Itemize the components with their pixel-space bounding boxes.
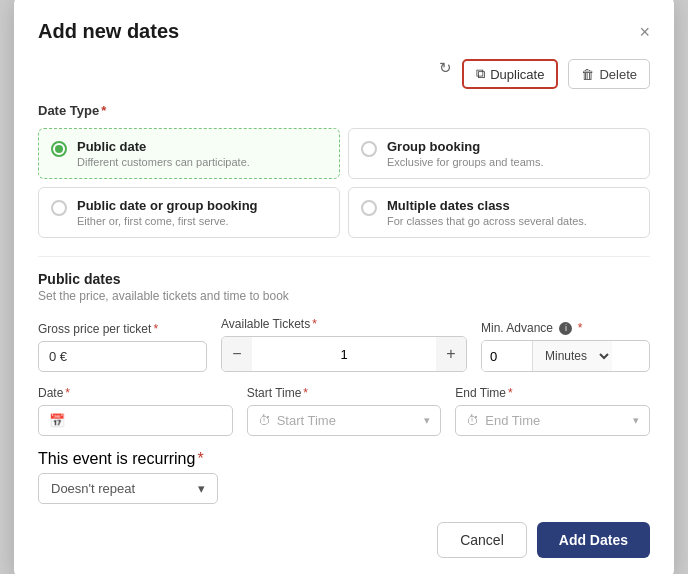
date-type-multiple[interactable]: Multiple dates class For classes that go…: [348, 187, 650, 238]
decrement-button[interactable]: −: [222, 337, 252, 371]
recurring-select[interactable]: Doesn't repeat ▾: [38, 473, 218, 504]
recurring-value: Doesn't repeat: [51, 481, 135, 496]
date-label: Date*: [38, 386, 233, 400]
date-type-public-or-group[interactable]: Public date or group booking Either or, …: [38, 187, 340, 238]
duplicate-icon: ⧉: [476, 66, 485, 82]
delete-button[interactable]: 🗑 Delete: [568, 59, 650, 89]
toolbar: ↻ ⧉ Duplicate 🗑 Delete: [38, 59, 650, 89]
available-tickets-label: Available Tickets*: [221, 317, 467, 331]
radio-multiple: [361, 200, 377, 216]
start-time-group: Start Time* ⏱ Start Time ▾: [247, 386, 442, 436]
public-or-group-title: Public date or group booking: [77, 198, 258, 213]
tickets-counter: − +: [221, 336, 467, 372]
duplicate-button[interactable]: ⧉ Duplicate: [462, 59, 558, 89]
delete-label: Delete: [599, 67, 637, 82]
recurring-label: This event is recurring*: [38, 450, 204, 467]
refresh-icon[interactable]: ↻: [439, 59, 452, 89]
duplicate-label: Duplicate: [490, 67, 544, 82]
advance-group: Minutes: [481, 340, 650, 372]
end-time-group: End Time* ⏱ End Time ▾: [455, 386, 650, 436]
start-time-label: Start Time*: [247, 386, 442, 400]
calendar-icon: 📅: [49, 413, 65, 428]
chevron-down-icon-recurring: ▾: [198, 481, 205, 496]
radio-public: [51, 141, 67, 157]
advance-input[interactable]: [482, 341, 532, 371]
add-dates-button[interactable]: Add Dates: [537, 522, 650, 558]
gross-price-group: Gross price per ticket*: [38, 322, 207, 372]
modal-header: Add new dates ×: [38, 20, 650, 43]
available-tickets-group: Available Tickets* − +: [221, 317, 467, 372]
clock-icon-start: ⏱: [258, 413, 271, 428]
clock-icon-end: ⏱: [466, 413, 479, 428]
end-time-select[interactable]: ⏱ End Time ▾: [455, 405, 650, 436]
public-date-desc: Different customers can participate.: [77, 156, 250, 168]
multiple-dates-desc: For classes that go across several dates…: [387, 215, 587, 227]
delete-icon: 🗑: [581, 67, 594, 82]
public-dates-desc: Set the price, available tickets and tim…: [38, 289, 650, 303]
date-type-group[interactable]: Group booking Exclusive for groups and t…: [348, 128, 650, 179]
end-time-placeholder: End Time: [485, 413, 540, 428]
start-time-select[interactable]: ⏱ Start Time ▾: [247, 405, 442, 436]
group-booking-title: Group booking: [387, 139, 544, 154]
radio-public-or-group: [51, 200, 67, 216]
min-advance-group: Min. Advance i * Minutes: [481, 321, 650, 372]
gross-price-label: Gross price per ticket*: [38, 322, 207, 336]
public-date-title: Public date: [77, 139, 250, 154]
public-or-group-desc: Either or, first come, first serve.: [77, 215, 258, 227]
increment-button[interactable]: +: [436, 337, 466, 371]
min-advance-label: Min. Advance i *: [481, 321, 650, 335]
chevron-down-icon-start: ▾: [424, 414, 430, 427]
radio-group: [361, 141, 377, 157]
date-type-grid: Public date Different customers can part…: [38, 128, 650, 238]
modal-footer: Cancel Add Dates: [38, 522, 650, 558]
chevron-down-icon-end: ▾: [633, 414, 639, 427]
cancel-button[interactable]: Cancel: [437, 522, 527, 558]
advance-unit-select[interactable]: Minutes: [532, 341, 612, 371]
date-input[interactable]: 📅: [38, 405, 233, 436]
date-type-section-label: Date Type*: [38, 103, 650, 118]
recurring-section: This event is recurring* Doesn't repeat …: [38, 450, 650, 504]
tickets-value[interactable]: [252, 347, 436, 362]
date-group: Date* 📅: [38, 386, 233, 436]
add-dates-modal: Add new dates × ↻ ⧉ Duplicate 🗑 Delete D…: [14, 0, 674, 574]
end-time-label: End Time*: [455, 386, 650, 400]
date-type-public[interactable]: Public date Different customers can part…: [38, 128, 340, 179]
date-time-row: Date* 📅 Start Time* ⏱ Start Time ▾ End: [38, 386, 650, 436]
gross-price-input[interactable]: [38, 341, 207, 372]
multiple-dates-title: Multiple dates class: [387, 198, 587, 213]
price-tickets-row: Gross price per ticket* Available Ticket…: [38, 317, 650, 372]
info-icon: i: [559, 322, 572, 335]
close-icon[interactable]: ×: [639, 23, 650, 41]
public-dates-title: Public dates: [38, 271, 650, 287]
divider: [38, 256, 650, 257]
start-time-placeholder: Start Time: [277, 413, 336, 428]
group-booking-desc: Exclusive for groups and teams.: [387, 156, 544, 168]
modal-title: Add new dates: [38, 20, 179, 43]
